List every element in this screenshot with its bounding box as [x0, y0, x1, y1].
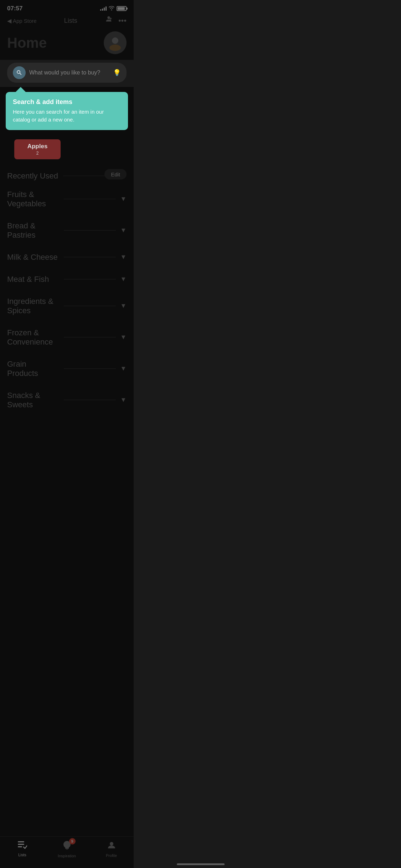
- section-line-2: [64, 257, 116, 257]
- page-title: Home: [7, 35, 47, 51]
- edit-button[interactable]: Edit: [104, 169, 127, 179]
- recently-used-section: Recently Used ▲ Edit: [0, 165, 134, 184]
- avatar[interactable]: [104, 31, 127, 54]
- apples-count: 2: [21, 151, 53, 156]
- category-bread-pastries[interactable]: Bread & Pastries ▼: [0, 215, 134, 246]
- category-label-6: Grain Products: [7, 360, 60, 378]
- category-label-4: Ingredients & Spices: [7, 297, 60, 315]
- chevron-down-icon-6: ▼: [120, 365, 127, 372]
- category-label-7: Snacks & Sweets: [7, 391, 60, 409]
- signal-icon: [100, 6, 107, 11]
- category-grain-products[interactable]: Grain Products ▼: [0, 353, 134, 384]
- nav-bar: ◀ App Store Lists •••: [0, 14, 134, 29]
- section-line-7: [64, 400, 116, 400]
- recently-used-title: Recently Used: [7, 171, 58, 181]
- search-icon-circle: [13, 66, 26, 79]
- chevron-down-icon-7: ▼: [120, 396, 127, 404]
- more-icon[interactable]: •••: [118, 16, 127, 25]
- section-line-3: [64, 279, 116, 279]
- chevron-down-icon-5: ▼: [120, 334, 127, 341]
- nav-right-icons: •••: [105, 16, 127, 26]
- search-input[interactable]: What would you like to buy?: [29, 69, 109, 76]
- chevron-down-icon-4: ▼: [120, 302, 127, 310]
- chevron-down-icon-3: ▼: [120, 275, 127, 283]
- recent-items-row: Apples 2: [0, 135, 134, 159]
- svg-point-0: [112, 37, 118, 44]
- category-label-2: Milk & Cheese: [7, 253, 60, 262]
- status-icons: [100, 5, 127, 12]
- search-container: What would you like to buy? 💡: [0, 60, 134, 87]
- add-person-icon[interactable]: [105, 16, 113, 26]
- category-snacks-sweets[interactable]: Snacks & Sweets ▼: [0, 384, 134, 416]
- category-label-3: Meat & Fish: [7, 275, 60, 284]
- search-bar[interactable]: What would you like to buy? 💡: [7, 63, 127, 83]
- category-label-1: Bread & Pastries: [7, 221, 60, 240]
- back-label: App Store: [13, 18, 37, 24]
- svg-point-1: [109, 45, 121, 51]
- chevron-down-icon-1: ▼: [120, 227, 127, 234]
- status-time: 07:57: [7, 5, 22, 12]
- chevron-down-icon-0: ▼: [120, 195, 127, 203]
- category-label-5: Frozen & Convenience: [7, 328, 60, 347]
- page-header: Home: [0, 29, 134, 60]
- tooltip: Search & add items Here you can search f…: [6, 87, 128, 130]
- category-frozen-convenience[interactable]: Frozen & Convenience ▼: [0, 322, 134, 353]
- lightbulb-icon[interactable]: 💡: [113, 69, 121, 77]
- section-line-1: [64, 230, 116, 231]
- category-meat-fish[interactable]: Meat & Fish ▼: [0, 268, 134, 290]
- apples-chip[interactable]: Apples 2: [14, 139, 61, 159]
- wifi-icon: [109, 5, 114, 12]
- category-fruits-vegetables[interactable]: Fruits & Vegetables ▼: [0, 184, 134, 215]
- back-button[interactable]: ◀ App Store: [7, 17, 37, 24]
- tooltip-arrow: [16, 87, 26, 92]
- section-line-4: [64, 306, 116, 306]
- lists-header-label: Lists: [64, 17, 77, 25]
- chevron-down-icon-2: ▼: [120, 253, 127, 261]
- apples-label: Apples: [27, 143, 48, 150]
- section-line: [64, 199, 116, 199]
- tooltip-box: Search & add items Here you can search f…: [6, 92, 128, 130]
- section-line-5: [64, 337, 116, 337]
- tooltip-body: Here you can search for an item in our c…: [13, 108, 121, 124]
- back-chevron-icon: ◀: [7, 17, 11, 24]
- section-line-6: [64, 368, 116, 369]
- battery-icon: [117, 6, 127, 11]
- categories-list: Recently Used ▲ Edit Fruits & Vegetables…: [0, 165, 134, 416]
- tooltip-title: Search & add items: [13, 98, 121, 106]
- status-bar: 07:57: [0, 0, 134, 14]
- category-label-0: Fruits & Vegetables: [7, 190, 60, 208]
- category-ingredients-spices[interactable]: Ingredients & Spices ▼: [0, 290, 134, 322]
- category-milk-cheese[interactable]: Milk & Cheese ▼: [0, 246, 134, 268]
